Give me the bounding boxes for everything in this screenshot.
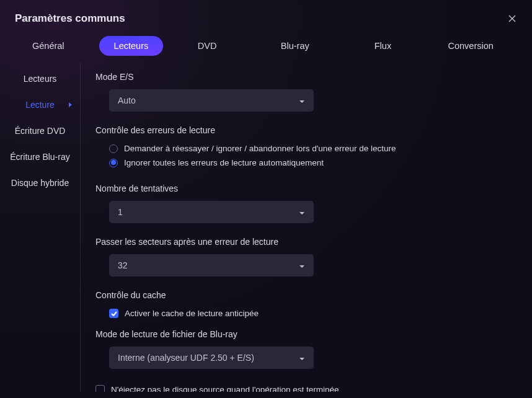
bluray-read-mode-value: Interne (analyseur UDF 2.50 + E/S) bbox=[118, 353, 254, 363]
tab-dvd[interactable]: DVD bbox=[163, 36, 251, 56]
sidebar-item-label: Lecture bbox=[25, 100, 55, 110]
io-mode-section: Mode E/S Auto bbox=[95, 72, 517, 112]
tab-flux[interactable]: Flux bbox=[339, 36, 427, 56]
radio-label: Demander à réessayer / ignorer / abandon… bbox=[124, 144, 396, 153]
skip-label: Passer les secteurs après une erreur de … bbox=[95, 237, 517, 247]
radio-icon bbox=[109, 144, 118, 153]
radio-label: Ignorer toutes les erreurs de lecture au… bbox=[124, 158, 324, 167]
checkbox-icon bbox=[109, 309, 118, 318]
bluray-read-mode-section: Mode de lecture de fichier de Blu-ray In… bbox=[95, 329, 517, 369]
cache-heading: Contrôle du cache bbox=[95, 290, 517, 300]
sidebar: Lecteurs Lecture Écriture DVD Écriture B… bbox=[0, 62, 81, 392]
sidebar-item-drives[interactable]: Lecteurs bbox=[0, 66, 80, 92]
retry-label: Nombre de tentatives bbox=[95, 184, 517, 193]
sidebar-item-dvd-write[interactable]: Écriture DVD bbox=[0, 118, 80, 144]
radio-ignore-all[interactable]: Ignorer toutes les erreurs de lecture au… bbox=[109, 156, 517, 170]
chevron-right-icon bbox=[68, 100, 73, 110]
bluray-read-mode-label: Mode de lecture de fichier de Blu-ray bbox=[95, 329, 517, 339]
bluray-read-mode-select[interactable]: Interne (analyseur UDF 2.50 + E/S) bbox=[109, 347, 314, 369]
close-button[interactable] bbox=[507, 14, 517, 24]
window-title: Paramètres communs bbox=[15, 12, 125, 25]
sidebar-item-label: Disque hybride bbox=[11, 178, 69, 188]
chevron-down-icon bbox=[299, 95, 305, 105]
retry-select[interactable]: 1 bbox=[109, 201, 314, 223]
checkbox-label: Activer le cache de lecture anticipée bbox=[125, 309, 259, 318]
checkbox-label: N'éjectez pas le disque source quand l'o… bbox=[111, 385, 339, 392]
titlebar: Paramètres communs bbox=[0, 0, 532, 36]
radio-icon bbox=[109, 159, 118, 167]
tab-general[interactable]: Général bbox=[17, 36, 79, 56]
sidebar-item-bluray-write[interactable]: Écriture Blu-ray bbox=[0, 144, 80, 170]
io-mode-select[interactable]: Auto bbox=[109, 89, 314, 112]
main-area: Lecteurs Lecture Écriture DVD Écriture B… bbox=[0, 62, 532, 392]
chevron-down-icon bbox=[299, 260, 305, 270]
retry-value: 1 bbox=[118, 207, 123, 217]
skip-value: 32 bbox=[118, 260, 128, 270]
tab-conversion[interactable]: Conversion bbox=[427, 36, 515, 56]
sidebar-item-hybrid[interactable]: Disque hybride bbox=[0, 170, 80, 196]
tab-bluray[interactable]: Blu-ray bbox=[251, 36, 339, 56]
content-panel: Mode E/S Auto Contrôle des erreurs de le… bbox=[81, 62, 532, 392]
skip-section: Passer les secteurs après une erreur de … bbox=[95, 237, 517, 276]
sidebar-item-read[interactable]: Lecture bbox=[0, 92, 80, 118]
tab-drives[interactable]: Lecteurs bbox=[99, 36, 164, 56]
chevron-down-icon bbox=[299, 207, 305, 217]
no-eject-checkbox-row[interactable]: N'éjectez pas le disque source quand l'o… bbox=[95, 383, 517, 392]
retry-section: Nombre de tentatives 1 bbox=[95, 184, 517, 223]
sidebar-item-label: Écriture Blu-ray bbox=[10, 152, 69, 162]
error-control-heading: Contrôle des erreurs de lecture bbox=[95, 125, 517, 135]
radio-ask-retry[interactable]: Demander à réessayer / ignorer / abandon… bbox=[109, 141, 517, 156]
io-mode-label: Mode E/S bbox=[95, 72, 517, 82]
close-icon bbox=[508, 14, 516, 23]
sidebar-item-label: Écriture DVD bbox=[15, 126, 66, 136]
checkbox-icon bbox=[95, 385, 105, 392]
top-tabs: Général Lecteurs DVD Blu-ray Flux Conver… bbox=[0, 36, 532, 62]
chevron-down-icon bbox=[299, 353, 305, 363]
enable-cache-checkbox-row[interactable]: Activer le cache de lecture anticipée bbox=[95, 306, 517, 321]
sidebar-item-label: Lecteurs bbox=[24, 74, 57, 84]
error-control-section: Contrôle des erreurs de lecture Demander… bbox=[95, 125, 517, 170]
io-mode-value: Auto bbox=[118, 95, 136, 105]
skip-select[interactable]: 32 bbox=[109, 254, 314, 276]
cache-section: Contrôle du cache Activer le cache de le… bbox=[95, 290, 517, 321]
